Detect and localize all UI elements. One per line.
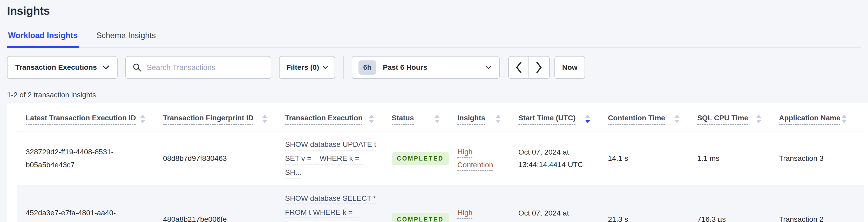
status-cell: COMPLETED [392,131,457,185]
sort-icon-active-desc[interactable] [585,115,590,123]
start-time-cell: Oct 07, 2024 at13:44:14.4414 UTC [518,131,608,185]
search-box[interactable] [125,56,271,79]
transaction-statement-link[interactable]: SHOW database SELECT *FROM t WHERE k = _… [285,194,376,222]
column-header-application-name[interactable]: Application Name [779,103,864,131]
insights-table-card: Latest Transaction Execution ID Transact… [7,103,868,222]
sort-icon[interactable] [756,115,761,123]
column-header-start-time[interactable]: Start Time (UTC) [518,103,608,131]
results-summary: 1-2 of 2 transaction insights [7,91,861,99]
page-title: Insights [7,4,861,18]
sql-cpu-time-cell: 716.3 µs [697,185,779,222]
time-range-picker[interactable]: 6h Past 6 Hours [352,56,500,79]
execution-id-cell: 452da3e7-e7fa-4801-aa40-c59988d14eb6 [17,185,163,222]
sort-icon[interactable] [674,115,680,123]
contention-time-cell: 14.1 s [608,131,697,185]
sort-icon[interactable] [496,115,501,123]
now-label: Now [562,63,578,71]
now-button[interactable]: Now [554,56,585,79]
transaction-statement-link[interactable]: SHOW database UPDATE tSET v = _ WHERE k … [285,140,376,177]
next-time-button[interactable] [529,57,549,78]
transaction-insights-table: Latest Transaction Execution ID Transact… [17,103,864,222]
column-header-transaction-execution[interactable]: Transaction Execution [285,103,392,131]
previous-time-button[interactable] [509,57,529,78]
filters-label: Filters (0) [286,63,319,71]
sort-icon[interactable] [262,115,267,123]
table-row: 328729d2-ff19-4408-8531-b05a5b4e43c7 08d… [17,131,864,185]
sql-cpu-time-cell: 1.1 ms [697,131,779,185]
high-contention-link[interactable]: HighContention [457,148,493,169]
view-type-dropdown[interactable]: Transaction Executions [7,56,118,79]
tab-workload-insights[interactable]: Workload Insights [7,31,79,48]
start-time-cell: Oct 07, 2024 at13:44:07.447 UTC [518,185,608,222]
view-type-label: Transaction Executions [15,63,97,71]
contention-time-cell: 21.3 s [608,185,697,222]
table-header-row: Latest Transaction Execution ID Transact… [17,103,864,131]
vertical-divider [343,56,344,79]
high-contention-link[interactable]: HighContention [457,209,493,222]
sort-icon[interactable] [369,115,374,123]
execution-id-cell: 328729d2-ff19-4408-8531-b05a5b4e43c7 [17,131,163,185]
column-header-sql-cpu-time[interactable]: SQL CPU Time [697,103,779,131]
column-header-contention-time[interactable]: Contention Time [608,103,697,131]
application-name-cell: Transaction 2 [779,185,864,222]
time-range-badge: 6h [359,60,376,75]
insights-cell: HighContention [457,131,518,185]
status-badge: COMPLETED [392,213,449,222]
chevron-down-icon [486,66,491,69]
filters-button[interactable]: Filters (0) [279,56,335,79]
fingerprint-id-cell: 08d8b7d97f830463 [163,131,285,185]
search-input[interactable] [146,63,266,72]
page-header: Insights [0,0,868,18]
status-cell: COMPLETED [392,185,457,222]
chevron-down-icon [323,66,328,69]
column-header-status[interactable]: Status [392,103,457,131]
sort-icon[interactable] [140,115,145,123]
chevron-right-icon [536,62,542,73]
time-nav-arrows [508,56,550,79]
transaction-execution-cell: SHOW database UPDATE tSET v = _ WHERE k … [285,131,392,185]
tab-bar: Workload Insights Schema Insights [7,31,861,48]
fingerprint-id-cell: 480a8b217be006fe [163,185,285,222]
search-icon [133,63,142,72]
application-name-cell: Transaction 3 [779,131,864,185]
chevron-left-icon [516,62,522,73]
controls-bar: Transaction Executions Filters (0) 6h Pa… [7,56,861,79]
transaction-execution-cell: SHOW database SELECT *FROM t WHERE k = _… [285,185,392,222]
column-header-latest-execution-id[interactable]: Latest Transaction Execution ID [17,103,163,131]
insights-cell: HighContention [457,185,518,222]
column-header-fingerprint-id[interactable]: Transaction Fingerprint ID [163,103,285,131]
status-badge: COMPLETED [392,152,449,165]
column-header-insights[interactable]: Insights [457,103,518,131]
time-range-label: Past 6 Hours [383,63,427,71]
chevron-down-icon [102,65,109,69]
table-row: 452da3e7-e7fa-4801-aa40-c59988d14eb6 480… [17,185,864,222]
tab-schema-insights[interactable]: Schema Insights [95,31,157,48]
sort-icon[interactable] [841,115,847,123]
sort-icon[interactable] [435,115,440,123]
